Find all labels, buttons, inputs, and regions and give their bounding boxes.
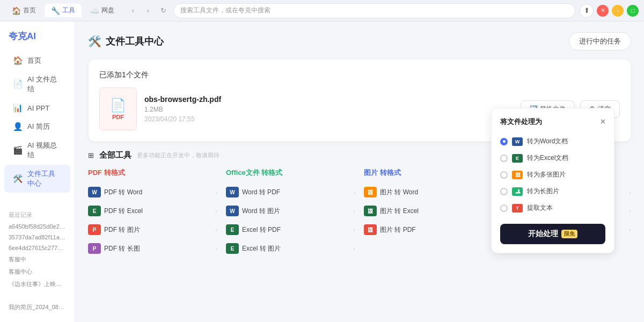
sidebar-item-ai-summary[interactable]: 📄 AI 文件总结: [4, 70, 70, 98]
chevron-right-icon: ›: [215, 189, 217, 195]
sidebar-item-file-tools[interactable]: 🛠️ 文件工具中心: [4, 165, 70, 193]
tools-title: 全部工具: [99, 150, 131, 160]
tools-subtitle: 更多功能正在开发中，敬请期待: [137, 151, 219, 159]
ai-ppt-icon: 📊: [13, 103, 23, 113]
tool-pdf-img[interactable]: P PDF 转 图片 ›: [88, 221, 217, 239]
radio-word[interactable]: [500, 138, 508, 145]
text-option-icon: T: [512, 204, 523, 213]
panel-title: 将文件处理为: [500, 117, 542, 127]
img-excel-icon: 🖼: [364, 206, 377, 216]
category-image: 图片 转格式 🖼 图片 转 Word › 🖼 图片 转 Excel › 🖼 图片…: [364, 168, 493, 258]
chevron-right-icon: ›: [353, 189, 355, 195]
sidebar-item-home[interactable]: 🏠 首页: [4, 52, 70, 70]
minimize-button[interactable]: −: [612, 5, 624, 17]
logo: 夸克AI: [0, 30, 75, 51]
recent-item-5[interactable]: 《边水往事》上映平台...: [0, 278, 75, 290]
pdf-img-icon: P: [88, 224, 101, 235]
sidebar-item-ai-ppt[interactable]: 📊 AI PPT: [4, 99, 70, 117]
address-bar[interactable]: 搜索工具文件，或在夸克中搜索: [173, 3, 575, 18]
titlebar-actions: ⬆ ✕ − □: [580, 4, 639, 18]
tool-word-img[interactable]: W Word 转 图片 ›: [226, 202, 355, 221]
pdf-long-label: PDF 转 长图: [104, 244, 212, 253]
ai-video-icon: 🎬: [13, 145, 23, 155]
share-button[interactable]: ⬆: [580, 4, 594, 18]
img-excel-label: 图片 转 Excel: [380, 207, 488, 216]
page-title-text: 文件工具中心: [106, 35, 164, 48]
recent-item-1[interactable]: 35737da7ad82f11ac66...: [0, 232, 75, 243]
back-button[interactable]: ‹: [127, 5, 139, 17]
sidebar-ai-resume-label: AI 简历: [27, 122, 50, 131]
recent-item-3[interactable]: 客服中: [0, 253, 75, 266]
sidebar-item-ai-resume[interactable]: 👤 AI 简历: [4, 118, 70, 136]
tool-excel-img[interactable]: E Excel 转 图片 ›: [226, 239, 355, 258]
tab-home[interactable]: 🏠 首页: [5, 4, 42, 17]
page-title-icon: 🛠️: [88, 35, 101, 48]
start-process-button[interactable]: 开始处理 限免: [500, 224, 605, 244]
pdf-word-icon: W: [88, 187, 101, 197]
panel-header: 将文件处理为 ×: [500, 117, 605, 127]
maximize-button[interactable]: □: [627, 5, 639, 17]
option-text[interactable]: T 提取文本: [500, 200, 605, 216]
upload-card: 已添加1个文件 📄 PDF obs-browsertg-zh.pdf 1.2MB…: [88, 59, 631, 142]
option-excel[interactable]: E 转为Excel文档: [500, 150, 605, 166]
img-pdf-icon: 🖼: [364, 224, 377, 235]
option-longimg[interactable]: 🏞 转为长图片: [500, 183, 605, 200]
longimg-option-label: 转为长图片: [527, 187, 559, 196]
close-button[interactable]: ✕: [597, 5, 609, 17]
ai-summary-icon: 📄: [13, 79, 23, 89]
tool-word-pdf[interactable]: W Word 转 PDF ›: [226, 183, 355, 202]
tool-pdf-word[interactable]: W PDF 转 Word ›: [88, 183, 217, 202]
img-option-icon: 🖼: [512, 171, 523, 179]
tool-pdf-excel[interactable]: E PDF 转 Excel ›: [88, 202, 217, 221]
excel-option-icon: E: [512, 154, 523, 163]
recent-item-0[interactable]: a6450bf58d25d0e251...: [0, 221, 75, 232]
option-word[interactable]: W 转为Word文档: [500, 133, 605, 150]
tool-img-excel[interactable]: 🖼 图片 转 Excel ›: [364, 202, 493, 221]
chevron-right-icon: ›: [629, 226, 631, 233]
refresh-button[interactable]: ↻: [157, 5, 169, 17]
ai-resume-icon: 👤: [13, 122, 23, 131]
pdf-excel-label: PDF 转 Excel: [104, 207, 212, 216]
tool-img-pdf[interactable]: 🖼 图片 转 PDF ›: [364, 221, 493, 239]
nav-controls: ‹ › ↻: [127, 5, 169, 17]
tool-img-word[interactable]: 🖼 图片 转 Word ›: [364, 183, 493, 202]
chevron-right-icon: ›: [215, 245, 217, 252]
img-word-icon: 🖼: [364, 187, 377, 197]
radio-excel[interactable]: [500, 155, 508, 162]
radio-text[interactable]: [500, 204, 508, 212]
forward-button[interactable]: ›: [142, 5, 154, 17]
address-text: 搜索工具文件，或在夸克中搜索: [180, 6, 270, 15]
tool-excel-pdf[interactable]: E Excel 转 PDF ›: [226, 221, 355, 239]
drive-tab-icon: ☁️: [90, 6, 99, 15]
sidebar-ai-video-label: AI 视频总结: [27, 141, 62, 160]
sidebar-item-ai-video[interactable]: 🎬 AI 视频总结: [4, 136, 70, 164]
recent-label: 最近记录: [0, 206, 75, 221]
home-icon: 🏠: [13, 56, 23, 65]
task-button[interactable]: 进行中的任务: [569, 32, 631, 50]
category-office-title: Office文件 转格式: [226, 168, 355, 178]
sidebar-ai-summary-label: AI 文件总结: [27, 75, 62, 94]
tab-drive-label: 网盘: [101, 6, 114, 15]
img-option-label: 转为多张图片: [527, 170, 566, 179]
recent-item-2[interactable]: 6ee4dd27615c277af85...: [0, 243, 75, 253]
radio-img[interactable]: [500, 171, 508, 179]
img-word-label: 图片 转 Word: [380, 188, 488, 197]
excel-pdf-label: Excel 转 PDF: [242, 225, 350, 235]
category-pdf: PDF 转格式 W PDF 转 Word › E PDF 转 Excel › P…: [88, 168, 217, 258]
option-img[interactable]: 🖼 转为多张图片: [500, 166, 605, 183]
tab-tools[interactable]: 🔧 工具: [45, 4, 82, 17]
radio-longimg[interactable]: [500, 188, 508, 195]
tab-drive[interactable]: ☁️ 网盘: [84, 4, 121, 17]
page-header: 🛠️ 文件工具中心 进行中的任务: [88, 32, 631, 50]
start-btn-label: 开始处理: [528, 229, 558, 239]
recent-item-8[interactable]: 我的简历_2024_08_05: [0, 301, 75, 313]
chevron-right-icon: ›: [215, 208, 217, 214]
tool-pdf-long[interactable]: P PDF 转 长图 ›: [88, 239, 217, 258]
excel-img-icon: E: [226, 243, 239, 254]
word-img-label: Word 转 图片: [242, 207, 350, 216]
main-content: 🛠️ 文件工具中心 进行中的任务 已添加1个文件 📄 PDF obs-brows…: [75, 21, 644, 322]
panel-close-button[interactable]: ×: [601, 118, 605, 126]
img-pdf-label: 图片 转 PDF: [380, 225, 488, 235]
pdf-img-label: PDF 转 图片: [104, 225, 212, 235]
recent-item-4[interactable]: 客服中心: [0, 266, 75, 278]
